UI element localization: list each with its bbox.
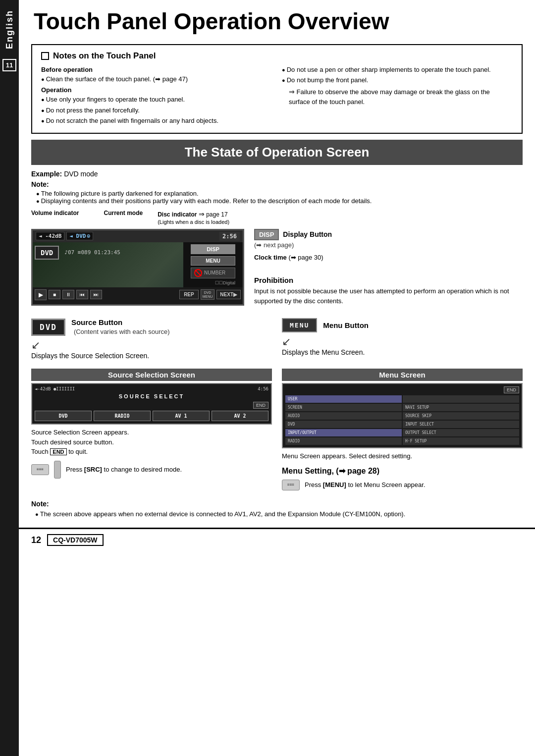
menu-user[interactable]: USER [285, 395, 402, 403]
notes-col2-list: Do not use a pen or other sharp implemen… [282, 65, 513, 85]
menu-btn-label-row: MENU Menu Button [282, 318, 523, 332]
note-bullets: The following picture is partly darkened… [31, 190, 523, 205]
source-button-col: DVD Source Button (Content varies with e… [31, 318, 272, 364]
source-sel-top: ◄-42dB ●IIIIIII 4:56 [35, 386, 268, 391]
menu-button-col: MENU Menu Button ↙ Displays the Menu Scr… [282, 318, 523, 364]
menu-screen-thumb: END USER SCREEN NAVI SETUP AUDIO SOURCE … [282, 383, 523, 448]
menu-displays-text: Displays the Menu Screen. [282, 348, 523, 356]
source-dvd-sm[interactable]: DVD [35, 411, 92, 421]
menu-input-output[interactable]: INPUT/OUTPUT [285, 429, 402, 436]
display-button-sub: (➡ next page) [254, 241, 523, 249]
source-desc-text: Source Selection Screen appears. Touch d… [31, 428, 272, 457]
clock-time-label: Clock time (➡ page 30) [254, 253, 523, 263]
page-number-box: 11 [2, 59, 16, 71]
menu-setting-ref: Menu Setting, (➡ page 28) [282, 466, 523, 476]
display-button-label: DISP Display Button [254, 229, 523, 240]
source-selection-col: Source Selection Screen ◄-42dB ●IIIIIII … [31, 369, 272, 492]
disp-badge: DISP [254, 229, 279, 240]
rep-btn[interactable]: REP [179, 290, 199, 299]
menu-cursor-icon: ↙ [282, 335, 523, 348]
source-av1-sm[interactable]: AV 1 [153, 411, 210, 421]
menu-screen-header: Menu Screen [282, 369, 523, 381]
footer-model: CQ-VD7005W [47, 534, 103, 546]
source-vol-sm: ◄-42dB ●IIIIIII [35, 386, 75, 391]
source-dvd-btn[interactable]: DVD [31, 319, 65, 336]
source-btn-desc: Source Button (Content varies with each … [71, 318, 170, 336]
device-screen-wrapper: ◄ -42dB ◄ DVD ⊙ 2:56 DVD [31, 229, 523, 306]
list-item: Do not use a pen or other sharp implemen… [282, 65, 513, 75]
menu-big-btn[interactable]: MENU [282, 318, 317, 332]
example-line: Example: DVD mode [31, 170, 523, 178]
notes-title-text: Notes on the Touch Panel [53, 51, 156, 61]
pause-btn[interactable]: ⏸ [62, 290, 74, 299]
prev-btn[interactable]: ⏮ [76, 290, 88, 299]
next-label-btn[interactable]: NEXT▶ [216, 290, 241, 299]
source-displays-text: Displays the Source Selection Screen. [31, 352, 272, 360]
menu-end-btn[interactable]: END [504, 386, 519, 393]
menu-hf-setup[interactable]: H·F SETUP [403, 437, 519, 445]
menu-radio[interactable]: RADIO [285, 437, 402, 445]
menu-grid: USER SCREEN NAVI SETUP AUDIO SOURCE SKIP… [285, 395, 519, 445]
menu-output-select[interactable]: OUTPUT SELECT [403, 429, 519, 436]
stop-btn[interactable]: ■ [49, 290, 60, 299]
number-btn: NUMBER [191, 268, 235, 278]
volume-indicator-label: Volume indicator [31, 210, 79, 217]
english-sidebar: English 11 [0, 0, 19, 756]
device-info-row: DVD ♪07 ≡089 01:23:45 [35, 246, 181, 260]
operation-area: Example: DVD mode Note: The following pi… [19, 165, 535, 311]
note-bottom-list: The screen above appears when no externa… [31, 509, 523, 519]
note-bottom-title: Note: [31, 499, 523, 509]
note-label: Note: [31, 180, 523, 188]
time-display: 2:56 [219, 232, 240, 241]
bottom-section: DVD Source Button (Content varies with e… [19, 311, 535, 366]
source-av2-sm[interactable]: AV 2 [212, 411, 268, 421]
source-mode-btn[interactable]: DVD [35, 246, 59, 260]
note-item: Displaying contents and their positions … [36, 197, 523, 205]
menu-navi[interactable]: NAVI SETUP [403, 404, 519, 411]
device-controls: ▶ ■ ⏸ ⏮ ⏭ REP DVDMENU NEXT▶ [33, 287, 243, 302]
current-mode-label: Current mode [104, 210, 143, 217]
prohibition-annotation: Prohibition Input is not possible becaus… [254, 276, 523, 306]
col2-note: ⇒ Failure to observe the above may damag… [289, 88, 490, 106]
menu-dvd[interactable]: DVD [285, 421, 402, 428]
example-value: DVD mode [64, 170, 98, 178]
remote-menu-row: ≡≡≡ Press [MENU] to let Menu Screen appe… [282, 480, 523, 490]
notes-col-right: Do not use a pen or other sharp implemen… [282, 65, 513, 127]
menu-btn[interactable]: MENU [191, 256, 235, 266]
language-label: English [4, 10, 15, 49]
page-footer: 12 CQ-VD7005W [19, 528, 535, 551]
list-item: Do not bump the front panel. [282, 75, 513, 85]
dvd-menu-btn[interactable]: DVDMENU [201, 289, 215, 300]
clock-time-annotation: Clock time (➡ page 30) [254, 253, 523, 263]
menu-input-select[interactable]: INPUT SELECT [403, 421, 519, 428]
source-btn-label-row: DVD Source Button (Content varies with e… [31, 318, 272, 336]
note-item: The following picture is partly darkened… [36, 190, 523, 197]
section-header: The State of Operation Screen [31, 140, 523, 165]
remote-icon-menu: ≡≡≡ [282, 480, 300, 490]
menu-source-skip[interactable]: SOURCE SKIP [403, 412, 519, 420]
disc-indicator-label: Disc indicator ⇒ page 17 (Lights when a … [158, 210, 229, 226]
play-btn[interactable]: ▶ [35, 289, 47, 300]
prohibition-icon [194, 269, 202, 277]
annotations-right: DISP Display Button (➡ next page) Clock … [254, 229, 523, 306]
display-button-text: Display Button [283, 230, 332, 238]
disp-btn[interactable]: DISP [191, 244, 235, 254]
remote-menu-text: Press [MENU] to let Menu Screen appear. [305, 481, 426, 488]
menu-audio[interactable]: AUDIO [285, 412, 402, 420]
vol-display: ◄ -42dB [36, 232, 64, 240]
before-operation-list: Clean the surface of the touch panel. (➡… [41, 74, 272, 84]
disc-indicator-display: ◄ DVD ⊙ [66, 232, 93, 240]
menu-screen-item[interactable]: SCREEN [285, 404, 402, 411]
next-btn[interactable]: ⏭ [90, 290, 102, 299]
source-select-label: SOURCE SELECT [35, 393, 268, 399]
source-radio-sm[interactable]: RADIO [94, 411, 151, 421]
device-bg: DVD ♪07 ≡089 01:23:45 DISP MENU NUMBER [33, 242, 243, 287]
note-bottom: Note: The screen above appears when no e… [19, 495, 535, 523]
prohibition-title: Prohibition [254, 276, 523, 284]
operation-label: Operation [41, 85, 272, 95]
list-item: Do not scratch the panel with fingernail… [41, 116, 272, 126]
device-top-bar: ◄ -42dB ◄ DVD ⊙ 2:56 [33, 230, 243, 242]
list-item: Clean the surface of the touch panel. (➡… [41, 74, 272, 84]
source-end-btn[interactable]: END [253, 402, 268, 409]
list-item: Do not press the panel forcefully. [41, 106, 272, 115]
